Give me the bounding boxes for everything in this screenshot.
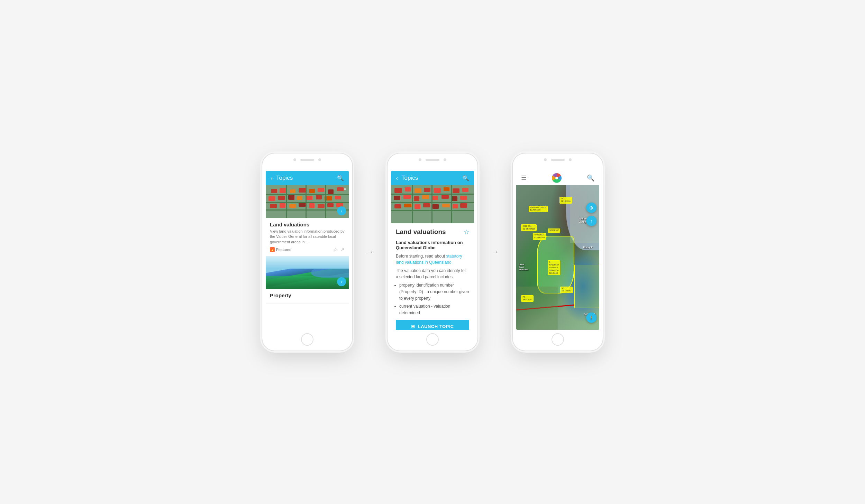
chevron-button-2[interactable]: › bbox=[337, 277, 346, 286]
phone-3: ☰ 🔍 bbox=[513, 153, 603, 351]
camera-dot bbox=[293, 158, 296, 161]
phone-1-home-button[interactable] bbox=[301, 333, 313, 346]
house-shape bbox=[297, 196, 302, 200]
road bbox=[391, 202, 474, 203]
h bbox=[415, 188, 421, 193]
phone-1-header: ‹ Topics 🔍 bbox=[266, 171, 349, 185]
aerial-image bbox=[266, 185, 349, 218]
topic-card-land-valuations[interactable]: › Land valuations View land valuation in… bbox=[266, 185, 349, 256]
h bbox=[442, 204, 450, 207]
launch-label: LAUNCH TOPIC bbox=[418, 324, 454, 329]
phone-3-home-button[interactable] bbox=[552, 333, 564, 346]
parcel-label-3: 4096 56t)S2·SP207316 bbox=[521, 224, 537, 231]
road-v bbox=[451, 185, 452, 223]
road bbox=[266, 194, 349, 195]
featured-icon: 🔥 bbox=[270, 247, 275, 252]
land-bottom bbox=[516, 287, 558, 330]
h bbox=[432, 196, 438, 200]
share-icon[interactable]: ↗ bbox=[340, 247, 345, 252]
road-v bbox=[412, 185, 413, 223]
h bbox=[404, 204, 411, 207]
detail-title: Land valuations bbox=[396, 228, 446, 236]
camera-dot-4 bbox=[444, 158, 446, 161]
svg-point-1 bbox=[555, 177, 558, 179]
h bbox=[453, 188, 459, 193]
parcel-label-7: 96SP138741 bbox=[560, 287, 573, 293]
road bbox=[391, 210, 474, 211]
h bbox=[460, 203, 467, 208]
street-view-button[interactable]: 🚶 bbox=[586, 312, 597, 323]
house-shape bbox=[289, 204, 296, 208]
house-shape bbox=[318, 204, 325, 208]
compass-button[interactable]: ↑ bbox=[586, 216, 597, 226]
h bbox=[415, 204, 420, 209]
topic-image-coastal: › bbox=[266, 256, 349, 289]
back-icon[interactable]: ‹ bbox=[271, 175, 273, 182]
house-shape bbox=[328, 189, 334, 194]
house-shape bbox=[306, 196, 312, 200]
parcel-right bbox=[574, 265, 599, 308]
list-item-2: current valuation - valuation determined bbox=[399, 303, 469, 316]
camera-dot-3 bbox=[419, 158, 421, 161]
favorite-star[interactable]: ☆ bbox=[464, 228, 469, 236]
intro-text: Before starting, read about bbox=[396, 254, 446, 259]
detail-hero-image bbox=[391, 185, 474, 223]
house-shape bbox=[316, 195, 322, 199]
phone-2-top bbox=[419, 158, 446, 161]
back-icon-2[interactable]: ‹ bbox=[396, 175, 398, 182]
featured-label: Featured bbox=[276, 248, 291, 252]
topic-card-property[interactable]: › Property bbox=[266, 256, 349, 304]
launch-icon: ⊞ bbox=[411, 324, 415, 329]
parcel-label-2: 40631114 (3 lots)$2,400,000 bbox=[529, 206, 548, 213]
h bbox=[394, 204, 401, 208]
star-icon[interactable]: ☆ bbox=[333, 247, 338, 252]
phone-1-top bbox=[293, 158, 321, 161]
hamburger-icon[interactable]: ☰ bbox=[521, 174, 527, 182]
sky bbox=[266, 256, 349, 269]
road bbox=[391, 194, 474, 195]
h bbox=[414, 196, 419, 201]
topic-image-aerial: › bbox=[266, 185, 349, 218]
h bbox=[422, 195, 429, 199]
map-view[interactable]: 64SP168809 40631114 (3 lots)$2,400,000 4… bbox=[516, 185, 599, 330]
camera-dot-5 bbox=[544, 158, 547, 161]
h bbox=[432, 204, 439, 209]
property-title: Property bbox=[270, 292, 345, 298]
parcel-label-5: 40960892$1,800,000 bbox=[533, 233, 546, 240]
location-button[interactable]: ⊕ bbox=[586, 203, 597, 213]
speaker-bar bbox=[300, 159, 314, 161]
house-shape bbox=[271, 189, 277, 193]
chevron-button[interactable]: › bbox=[337, 206, 346, 215]
phone-2-home-button[interactable] bbox=[426, 333, 439, 346]
topic-actions: ☆ ↗ bbox=[333, 247, 345, 252]
map-header: ☰ 🔍 bbox=[516, 171, 599, 185]
parcel-label-1: 64SP168809 bbox=[559, 197, 572, 204]
house-shape bbox=[270, 204, 277, 208]
arrow-2: → bbox=[491, 248, 499, 256]
h bbox=[424, 188, 430, 192]
header-title-2: Topics bbox=[401, 175, 462, 181]
house-shape bbox=[290, 189, 295, 193]
camera-dot-6 bbox=[569, 158, 572, 161]
detail-aerial bbox=[391, 185, 474, 223]
dot-indicator bbox=[344, 188, 346, 190]
coastal-image bbox=[266, 256, 349, 289]
detail-screen[interactable]: Land valuations ☆ Land valuations inform… bbox=[391, 185, 474, 330]
search-icon[interactable]: 🔍 bbox=[337, 175, 344, 181]
speaker-bar-2 bbox=[426, 159, 439, 161]
parcel-label-8: 78NPW9150 bbox=[521, 295, 533, 302]
camera-dot-2 bbox=[318, 158, 321, 161]
h bbox=[441, 195, 449, 199]
map-search-icon[interactable]: 🔍 bbox=[587, 174, 594, 182]
search-icon-2[interactable]: 🔍 bbox=[462, 175, 469, 181]
launch-topic-button[interactable]: ⊞ LAUNCH TOPIC bbox=[396, 320, 469, 330]
phone-2-screen: ‹ Topics 🔍 bbox=[391, 171, 474, 330]
phone-2-header: ‹ Topics 🔍 bbox=[391, 171, 474, 185]
topics-list[interactable]: › Land valuations View land valuation in… bbox=[266, 185, 349, 330]
house-shape bbox=[288, 195, 294, 200]
h bbox=[453, 204, 458, 208]
phone-2: ‹ Topics 🔍 bbox=[388, 153, 477, 351]
topic-description: View land valuation information produced… bbox=[270, 229, 345, 245]
road-v bbox=[325, 185, 326, 218]
topic-info: Land valuations View land valuation info… bbox=[266, 218, 349, 256]
